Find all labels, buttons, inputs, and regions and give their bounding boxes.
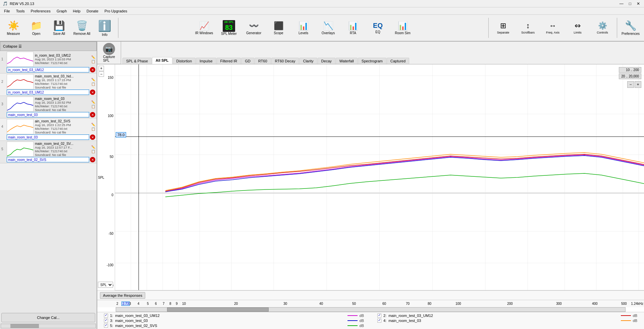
rta-icon: 📊 (348, 21, 358, 31)
note-icon-3[interactable]: 📋 (91, 105, 95, 108)
edit-icon-5[interactable]: ✏️ (91, 145, 95, 149)
freq-axis-button[interactable]: ↔ Freq. Axis (541, 20, 565, 36)
close-btn[interactable]: ✕ (635, 1, 641, 6)
y-zoom-in[interactable]: + (99, 66, 104, 71)
legend-line-1 (347, 315, 358, 316)
name-input-1[interactable] (7, 67, 89, 72)
controls-icon: ⚙️ (598, 21, 607, 30)
zoom-out-btn[interactable]: − (627, 81, 634, 88)
legend-item-4: 4: main_room_test_03 dB (377, 319, 637, 323)
menu-pro-upgrades[interactable]: Pro Upgrades (102, 8, 130, 14)
range-20-20000[interactable]: 20 .. 20,000 (619, 73, 641, 79)
plot-area[interactable]: SPL 150 100 50 0 -50 -100 -150 + − (97, 64, 644, 329)
tab-gd[interactable]: GD (241, 58, 254, 64)
ir-windows-button[interactable]: 📈 IR Windows (193, 16, 216, 40)
separate-button[interactable]: ⊞ Separate (491, 20, 515, 36)
generator-button[interactable]: 〰️ Generator (242, 16, 266, 40)
edit-icon-2[interactable]: ✏️ (91, 78, 95, 81)
menu-graph[interactable]: Graph (54, 8, 70, 14)
remove-all-button[interactable]: 🗑️ Remove All (71, 16, 93, 40)
delete-btn-4[interactable]: ✕ (90, 134, 95, 140)
average-responses-button[interactable]: Average the Responses (100, 292, 145, 299)
x-20: 20 (234, 302, 238, 306)
legend-check-4[interactable] (377, 319, 381, 323)
controls-button[interactable]: ⚙️ Controls (591, 20, 614, 36)
tab-clarity[interactable]: Clarity (299, 58, 317, 64)
tab-decay[interactable]: Decay (318, 58, 335, 64)
room-sim-button[interactable]: 📊 Room Sim (391, 16, 415, 40)
h-scrollbar-thumb[interactable] (167, 308, 269, 312)
ir-windows-label: IR Windows (195, 31, 213, 35)
collapse-button[interactable]: Collapse ☰ (0, 42, 97, 51)
capture-button[interactable]: 📷 CaptureSPL (100, 43, 118, 62)
change-cal-button[interactable]: Change Cal... (1, 313, 95, 322)
zoom-in-btn[interactable]: + (635, 81, 641, 88)
tab-all-spl[interactable]: All SPL (152, 57, 172, 64)
menu-help[interactable]: Help (70, 8, 83, 14)
maximize-btn[interactable]: □ (628, 1, 633, 6)
note-icon-5[interactable]: 📋 (91, 150, 95, 153)
range-10-200[interactable]: 10 .. 200 (619, 67, 641, 73)
window-controls: — □ ✕ (618, 1, 641, 6)
rta-button[interactable]: 📊 RTA (341, 16, 365, 40)
tab-rt60-decay[interactable]: RT60 Decay (271, 58, 299, 64)
menu-tools[interactable]: Tools (13, 8, 28, 14)
delete-btn-5[interactable]: ✕ (90, 157, 95, 162)
meas-icons-4: ✏️ 📋 (91, 123, 95, 131)
overlays-button[interactable]: 📉 Overlays (317, 16, 340, 40)
tab-rt60[interactable]: RT60 (255, 58, 271, 64)
spl-dropdown[interactable]: SPL (98, 282, 113, 288)
y-zoom-out[interactable]: − (99, 71, 104, 77)
name-input-4[interactable] (7, 134, 89, 140)
scrollbars-button[interactable]: ↕ Scrollbars (516, 20, 540, 36)
edit-icon-4[interactable]: ✏️ (91, 123, 95, 126)
limits-button[interactable]: ⇔ Limits (566, 20, 589, 36)
h-scrollbar[interactable] (116, 307, 626, 312)
edit-icon-3[interactable]: ✏️ (91, 100, 95, 104)
delete-btn-2[interactable]: ✕ (90, 90, 95, 95)
edit-icon-1[interactable]: ✏️ (91, 55, 95, 59)
x-8: 8 (169, 302, 171, 306)
menu-preferences[interactable]: Preferences (28, 8, 53, 14)
tab-spectrogram[interactable]: Spectrogram (358, 58, 386, 64)
preferences-button[interactable]: 🔧 Preferences (620, 16, 641, 40)
levels-button[interactable]: 📊 Levels (292, 16, 315, 40)
spl-meter-button[interactable]: dB SPL 83 SPL Meter (217, 16, 241, 40)
delete-btn-1[interactable]: ✕ (90, 67, 95, 72)
meas-icons-2: ✏️ 📋 (91, 78, 95, 86)
delete-btn-3[interactable]: ✕ (90, 112, 95, 117)
x-400: 400 (592, 302, 598, 306)
note-icon-1[interactable]: 📋 (91, 60, 95, 63)
plot-canvas-area[interactable]: 78.0 (115, 64, 644, 290)
eq-button[interactable]: EQ EQ (366, 16, 390, 40)
measure-button[interactable]: ☀️ Measure (3, 16, 24, 40)
legend-item-3: 3: main_room_test_03 dB (104, 319, 364, 323)
name-bar-3: ✕ (1, 112, 95, 117)
legend-check-1[interactable] (104, 314, 108, 318)
tab-distortion[interactable]: Distortion (173, 58, 196, 64)
tab-impulse[interactable]: Impulse (196, 58, 216, 64)
legend-unit-3: dB (360, 319, 364, 323)
legend-check-2[interactable] (377, 314, 381, 318)
tab-filtered-ir[interactable]: Filtered IR (217, 58, 241, 64)
list-scrollbar[interactable] (1, 324, 96, 328)
name-input-5[interactable] (7, 157, 89, 162)
legend-check-5[interactable] (104, 324, 108, 328)
save-all-button[interactable]: 💾 Save All (48, 16, 70, 40)
minimize-btn[interactable]: — (618, 1, 625, 6)
freq-axis-label: Freq. Axis (546, 31, 559, 34)
tab-spl-phase[interactable]: SPL & Phase (122, 58, 152, 64)
info-button[interactable]: ℹ️ Info (94, 16, 115, 40)
name-input-2[interactable] (7, 90, 89, 95)
note-icon-4[interactable]: 📋 (91, 127, 95, 131)
open-button[interactable]: 📁 Open (25, 16, 47, 40)
note-icon-2[interactable]: 📋 (91, 82, 95, 86)
name-input-3[interactable] (7, 112, 89, 117)
eq-icon: EQ (373, 22, 383, 30)
scope-button[interactable]: ⬛ Scope (267, 16, 290, 40)
menu-donate[interactable]: Donate (84, 8, 101, 14)
menu-file[interactable]: File (1, 8, 13, 14)
legend-check-3[interactable] (104, 319, 108, 323)
tab-waterfall[interactable]: Waterfall (336, 58, 358, 64)
tab-captured[interactable]: Captured (387, 58, 409, 64)
